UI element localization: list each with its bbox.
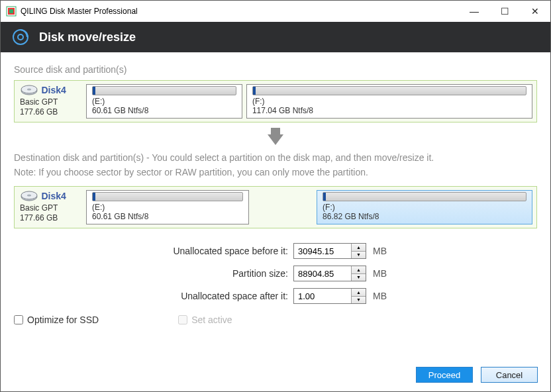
size-spinner[interactable]: ▲▼ (293, 266, 366, 281)
after-label: Unallocated space after it: (14, 291, 293, 301)
destination-description: Destination disk and partition(s) - You … (14, 150, 537, 179)
close-button[interactable]: ✕ (520, 1, 550, 22)
unallocated-gap[interactable] (253, 190, 313, 224)
source-partition-1[interactable]: (F:) 117.04 GB Ntfs/8 (246, 84, 532, 119)
window-title: QILING Disk Master Professional (21, 7, 138, 16)
proceed-button[interactable]: Proceed (416, 367, 473, 383)
before-label: Unallocated space before it: (14, 246, 293, 256)
source-partition-0[interactable]: (E:) 60.61 GB Ntfs/8 (86, 84, 242, 119)
size-label: Partition size: (14, 268, 293, 279)
disk-icon (20, 84, 38, 97)
destination-disk-size: 177.66 GB (20, 213, 82, 223)
source-disk-size: 177.66 GB (20, 107, 82, 117)
ribbon: Disk move/resize (1, 22, 550, 52)
disk-icon (20, 190, 38, 203)
source-section-label: Source disk and partition(s) (14, 64, 537, 75)
unit-label: MB (373, 268, 387, 279)
spinner-up-icon[interactable]: ▲ (352, 289, 366, 297)
arrow-divider (14, 128, 537, 145)
destination-partition-1[interactable]: (F:) 86.82 GB Ntfs/8 (317, 190, 532, 224)
destination-disk-panel: Disk4 Basic GPT 177.66 GB (E:) 60.61 GB … (14, 186, 537, 228)
source-disk-panel: Disk4 Basic GPT 177.66 GB (E:) 60.61 GB … (14, 80, 537, 122)
source-disk-name: Disk4 (41, 84, 66, 96)
cancel-button[interactable]: Cancel (481, 367, 538, 383)
after-input[interactable] (294, 289, 351, 303)
source-disk-info: Disk4 Basic GPT 177.66 GB (19, 84, 82, 119)
before-spinner[interactable]: ▲▼ (293, 243, 366, 259)
after-spinner[interactable]: ▲▼ (293, 288, 366, 304)
destination-partition-0[interactable]: (E:) 60.61 GB Ntfs/8 (86, 190, 249, 224)
unit-label: MB (373, 291, 387, 301)
svg-point-10 (27, 195, 31, 197)
size-input[interactable] (294, 266, 351, 281)
set-active-checkbox: Set active (178, 315, 232, 325)
unit-label: MB (373, 246, 387, 256)
before-input[interactable] (294, 244, 351, 258)
spinner-down-icon[interactable]: ▼ (352, 274, 366, 281)
optimize-ssd-checkbox[interactable]: Optimize for SSD (14, 315, 99, 325)
resize-form: Unallocated space before it: ▲▼ MB Parti… (14, 240, 537, 307)
destination-disk-name: Disk4 (41, 190, 66, 202)
svg-rect-2 (9, 9, 13, 13)
destination-disk-type: Basic GPT (20, 203, 82, 213)
spinner-up-icon[interactable]: ▲ (352, 244, 366, 252)
minimize-button[interactable]: — (459, 1, 489, 22)
logo-icon (11, 28, 30, 46)
spinner-down-icon[interactable]: ▼ (352, 252, 366, 259)
source-disk-type: Basic GPT (20, 97, 82, 107)
app-icon (6, 6, 17, 17)
arrow-down-icon (268, 134, 283, 145)
page-heading: Disk move/resize (39, 30, 136, 44)
svg-point-7 (27, 89, 31, 91)
spinner-up-icon[interactable]: ▲ (352, 266, 366, 274)
maximize-button[interactable]: ☐ (489, 1, 520, 22)
svg-point-4 (18, 34, 23, 40)
spinner-down-icon[interactable]: ▼ (352, 297, 366, 304)
destination-disk-info: Disk4 Basic GPT 177.66 GB (19, 190, 82, 224)
titlebar: QILING Disk Master Professional — ☐ ✕ (1, 1, 550, 22)
